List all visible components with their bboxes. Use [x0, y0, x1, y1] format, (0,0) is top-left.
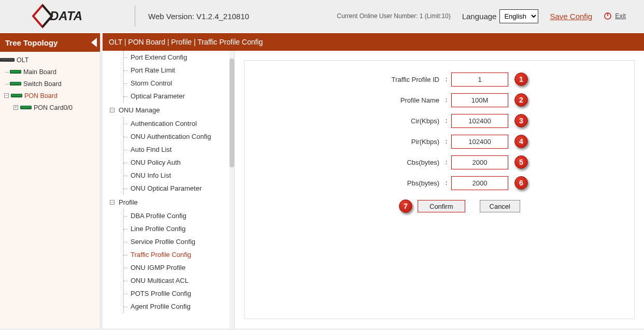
svg-text:DATA: DATA [50, 9, 82, 23]
annotation-1: 1 [514, 73, 528, 86]
exit-link[interactable]: Exit [615, 12, 626, 20]
input-traffic-profile-id[interactable] [451, 73, 508, 87]
confirm-button[interactable]: Confirm [418, 200, 465, 212]
annotation-2: 2 [514, 93, 528, 107]
nav-item-service-profile-config[interactable]: Service Profile Config [103, 235, 230, 248]
form-area: Traffic Profile ID ： 1 Profile Name ： 2 … [235, 51, 644, 328]
row-pir: Pir(Kbps) ： 4 [260, 131, 619, 152]
nav-item-onu-authentication-config[interactable]: ONU Authentication Config [103, 130, 230, 143]
annotation-3: 3 [514, 114, 528, 127]
nav-item-agent-profile-config[interactable]: Agent Profile Config [103, 300, 230, 313]
board-icon [20, 106, 32, 109]
nav-group-profile[interactable]: − Profile [103, 195, 230, 209]
nav-item-pots-profile-config[interactable]: POTS Profile Config [103, 287, 230, 300]
label-cir: Cir(Kbps) [260, 117, 441, 125]
nav-item-dba-profile-config[interactable]: DBA Profile Config [103, 209, 230, 222]
collapse-icon[interactable] [91, 38, 97, 47]
nav-item-auto-find-list[interactable]: Auto Find List [103, 143, 230, 156]
nav-item-port-rate-limit[interactable]: Port Rate Limit [103, 64, 230, 77]
input-cir[interactable] [451, 114, 508, 128]
language-select[interactable]: English [499, 9, 538, 23]
app-header: DATA Web Version: V1.2.4_210810 Current … [0, 0, 644, 32]
exit-wrap[interactable]: Exit [604, 12, 626, 20]
row-pbs: Pbs(bytes) ： 6 [260, 173, 619, 193]
nav-item-port-extend-config[interactable]: Port Extend Config [103, 51, 230, 64]
header-divider [135, 6, 135, 26]
nav-scroll-thumb[interactable] [230, 59, 234, 167]
cancel-button[interactable]: Cancel [480, 200, 520, 212]
olt-icon [0, 58, 15, 62]
sidebar: Tree Topology OLT – Main Board – Switch … [0, 33, 101, 328]
row-profile-name: Profile Name ： 2 [260, 90, 619, 110]
label-cbs: Cbs(bytes) [260, 159, 441, 166]
annotation-5: 5 [514, 155, 528, 169]
nav-scrollbar[interactable] [230, 51, 234, 328]
web-version-label: Web Version: V1.2.4_210810 [148, 12, 249, 21]
nav-item-optical-parameter[interactable]: Optical Parameter [103, 90, 230, 103]
collapse-toggle[interactable]: − [110, 200, 115, 205]
input-pbs[interactable] [451, 176, 508, 190]
label-profile-name: Profile Name [260, 96, 441, 104]
label-traffic-profile-id: Traffic Profile ID [260, 76, 441, 83]
button-row: 7 Confirm Cancel [260, 193, 619, 219]
content: OLT | PON Board | Profile | Traffic Prof… [101, 33, 644, 328]
nav-item-storm-control[interactable]: Storm Control [103, 77, 230, 90]
input-cbs[interactable] [451, 155, 508, 169]
nav-item-onu-info-list[interactable]: ONU Info List [103, 169, 230, 182]
nav-column: Port Extend Config Port Rate Limit Storm… [103, 51, 235, 328]
annotation-7: 7 [399, 199, 412, 213]
nav-item-authentication-control[interactable]: Authentication Control [103, 117, 230, 130]
tree-node-pon-board[interactable]: − PON Board [0, 90, 100, 102]
board-icon [11, 94, 22, 97]
sidebar-header: Tree Topology [0, 33, 100, 52]
tree-node-switch-board[interactable]: – Switch Board [0, 78, 100, 90]
collapse-toggle[interactable]: − [4, 93, 9, 98]
tree-node-pon-card[interactable]: + PON Card0/0 [0, 102, 100, 113]
label-pbs: Pbs(bytes) [260, 179, 441, 187]
power-icon [604, 12, 612, 20]
tree-node-olt[interactable]: OLT [0, 54, 100, 66]
online-user-label: Current Online User Number: 1 (Limit:10) [337, 12, 450, 20]
input-profile-name[interactable] [451, 93, 508, 107]
nav-group-onu-manage[interactable]: − ONU Manage [103, 103, 230, 117]
collapse-toggle[interactable]: − [110, 108, 115, 112]
annotation-6: 6 [514, 176, 528, 190]
traffic-profile-form: Traffic Profile ID ： 1 Profile Name ： 2 … [244, 60, 635, 319]
tree-node-main-board[interactable]: – Main Board [0, 66, 100, 78]
nav-item-onu-policy-auth[interactable]: ONU Policy Auth [103, 156, 230, 169]
expand-toggle[interactable]: + [13, 105, 18, 110]
nav-item-onu-multicast-acl[interactable]: ONU Multicast ACL [103, 274, 230, 287]
nav-item-line-profile-config[interactable]: Line Profile Config [103, 222, 230, 235]
row-cbs: Cbs(bytes) ： 5 [260, 152, 619, 173]
annotation-4: 4 [514, 135, 528, 148]
nav-item-traffic-profile-config[interactable]: Traffic Profile Config [103, 248, 230, 261]
row-traffic-profile-id: Traffic Profile ID ： 1 [260, 69, 619, 90]
svg-marker-0 [33, 5, 52, 27]
board-icon [10, 70, 21, 74]
nav-item-onu-igmp-profile[interactable]: ONU IGMP Profile [103, 261, 230, 274]
label-pir: Pir(Kbps) [260, 138, 441, 146]
workarea: Port Extend Config Port Rate Limit Storm… [103, 51, 644, 328]
sidebar-title: Tree Topology [5, 38, 58, 47]
nav-item-onu-optical-parameter[interactable]: ONU Optical Parameter [103, 182, 230, 195]
board-icon [10, 82, 21, 85]
logo: DATA [31, 3, 98, 29]
device-tree: OLT – Main Board – Switch Board − PON Bo… [0, 52, 100, 113]
save-config-link[interactable]: Save Config [550, 12, 592, 21]
nav-scroll: Port Extend Config Port Rate Limit Storm… [103, 51, 230, 328]
input-pir[interactable] [451, 135, 508, 149]
language-label: Language [462, 12, 497, 21]
row-cir: Cir(Kbps) ： 3 [260, 110, 619, 131]
breadcrumb: OLT | PON Board | Profile | Traffic Prof… [103, 33, 644, 51]
main: Tree Topology OLT – Main Board – Switch … [0, 33, 644, 328]
header-right: Current Online User Number: 1 (Limit:10)… [337, 0, 626, 32]
language-selector: Language English [462, 9, 539, 23]
